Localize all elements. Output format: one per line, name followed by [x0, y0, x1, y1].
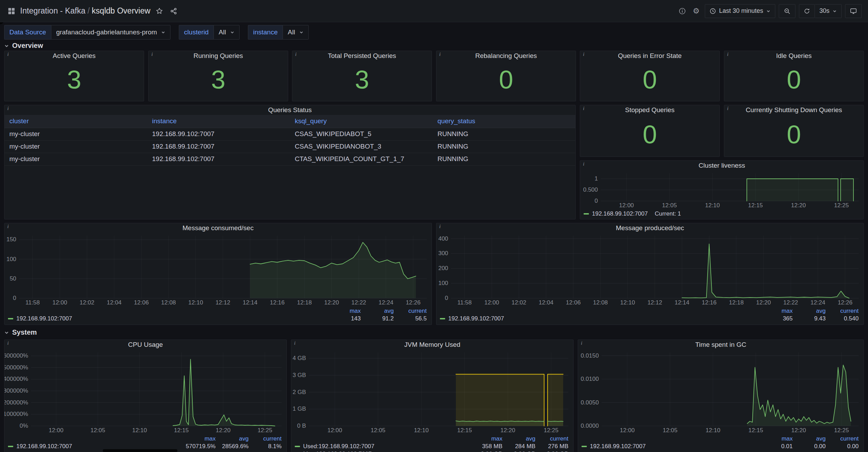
legend-col-max[interactable]: max: [328, 308, 361, 315]
legend-item[interactable]: Max:192.168.99.102:70073.06 GB3.06 GB3.0…: [295, 450, 568, 452]
panel-info-icon[interactable]: i: [580, 161, 589, 168]
legend-col-max[interactable]: max: [760, 308, 793, 315]
panel-info-icon[interactable]: i: [291, 340, 300, 348]
column-header-instance[interactable]: instance: [147, 115, 290, 128]
legend-col-current[interactable]: current: [249, 435, 282, 442]
dashboard-info-icon[interactable]: [677, 6, 687, 16]
legend-col-max[interactable]: max: [183, 435, 216, 442]
section-overview[interactable]: Overview: [4, 42, 43, 50]
x-axis-tick-label: 12:26: [406, 299, 421, 306]
panel-info-icon[interactable]: i: [724, 51, 733, 59]
panel-title[interactable]: Total Persisted Queries: [292, 51, 432, 61]
section-system[interactable]: System: [4, 328, 37, 336]
y-axis-tick-label: 400000%: [5, 376, 28, 382]
column-header-query-status[interactable]: query_status: [433, 115, 575, 128]
legend-item[interactable]: 192.168.99.102:700714391.256.5: [8, 315, 427, 323]
panel-title[interactable]: Queries Status: [5, 105, 575, 115]
column-header-ksql-query[interactable]: ksql_query: [290, 115, 433, 128]
panel-info-icon[interactable]: i: [5, 340, 13, 348]
settings-gear-icon[interactable]: ⚙: [691, 5, 701, 17]
panel-title[interactable]: Idle Queries: [724, 51, 863, 61]
panel-title[interactable]: Queries in Error State: [580, 51, 719, 61]
panel-info-icon[interactable]: i: [436, 51, 445, 59]
panel-title[interactable]: Cluster liveness: [580, 161, 863, 170]
breadcrumb-parent[interactable]: Integration - Kafka: [20, 6, 85, 16]
instance-select[interactable]: All: [283, 25, 309, 40]
y-axis-tick-label: 100: [6, 256, 16, 262]
legend-col-avg[interactable]: avg: [793, 308, 826, 315]
table-cell: RUNNING: [433, 128, 575, 140]
legend-col-current[interactable]: current: [826, 308, 859, 315]
timeseries-chart[interactable]: 12:0012:0512:1012:1512:2012:250%100000%2…: [5, 350, 286, 434]
panel-title[interactable]: Message produced/sec: [436, 223, 863, 233]
tv-mode-button[interactable]: [845, 4, 862, 18]
panel-title[interactable]: Currently Shutting Down Queries: [724, 105, 863, 115]
panel-title[interactable]: JVM Memory Used: [291, 340, 573, 350]
legend-col-avg[interactable]: avg: [216, 435, 249, 442]
panel-title[interactable]: Time spent in GC: [578, 340, 863, 350]
panel-info-icon[interactable]: i: [724, 105, 733, 113]
panel-title[interactable]: Stopped Queries: [580, 105, 719, 115]
legend-item[interactable]: Used:192.168.99.102:7007358 MB284 MB276 …: [295, 443, 568, 450]
timeseries-chart[interactable]: 12:0012:0512:1012:1512:2012:2500.5001: [580, 170, 863, 209]
panel-message-produced: i Message produced/sec 11:5812:0012:0212…: [436, 223, 864, 325]
x-axis-tick-label: 12:15: [748, 202, 763, 209]
legend-stat: 3.06 GB: [469, 451, 502, 452]
apps-grid-icon[interactable]: [6, 6, 17, 16]
legend-item[interactable]: 192.168.99.102:7007Current: 1: [584, 210, 859, 218]
legend-col-current[interactable]: current: [394, 308, 427, 315]
timeseries-chart[interactable]: 11:5812:0012:0212:0412:0612:0812:1012:12…: [436, 233, 863, 307]
x-axis-tick-label: 12:05: [662, 202, 677, 209]
panel-info-icon[interactable]: i: [578, 340, 586, 348]
timeseries-chart[interactable]: 12:0012:0512:1012:1512:2012:250.00000.00…: [578, 350, 863, 434]
panel-title[interactable]: CPU Usage: [5, 340, 286, 350]
legend-swatch: [8, 318, 13, 319]
panel-info-icon[interactable]: i: [149, 51, 157, 59]
panel-info-icon[interactable]: i: [5, 51, 13, 59]
clusterid-select[interactable]: All: [214, 25, 240, 40]
panel-cpu-usage: i CPU Usage 12:0012:0512:1012:1512:2012:…: [4, 340, 287, 452]
panel-info-icon[interactable]: i: [292, 51, 301, 59]
x-axis-tick-label: 12:10: [132, 427, 147, 434]
legend-header: maxavgcurrent: [295, 435, 568, 443]
panel-title[interactable]: Message consumed/sec: [5, 223, 432, 233]
column-header-cluster[interactable]: cluster: [5, 115, 147, 128]
panel-info-icon[interactable]: i: [436, 223, 445, 231]
y-axis-tick-label: 0.0150: [581, 352, 599, 359]
zoom-out-button[interactable]: [779, 4, 795, 18]
share-icon[interactable]: [168, 6, 179, 16]
timeseries-chart[interactable]: 11:5812:0012:0212:0412:0612:0812:1012:12…: [5, 233, 432, 307]
section-title: Overview: [12, 42, 43, 50]
panel-info-icon[interactable]: i: [580, 51, 589, 59]
legend-col-avg[interactable]: avg: [361, 308, 394, 315]
timeseries-chart[interactable]: 12:0012:0512:1012:1512:2012:250 B1 GB2 G…: [291, 350, 573, 434]
legend-col-max[interactable]: max: [760, 435, 793, 442]
y-axis-tick-label: 600000%: [5, 352, 28, 359]
y-axis-tick-label: 0 B: [297, 422, 306, 429]
x-axis-tick-label: 12:10: [705, 202, 720, 209]
variable-label: Data Source: [4, 25, 51, 40]
panel-info-icon[interactable]: i: [5, 105, 13, 113]
legend-stat: 0.00: [793, 443, 826, 450]
legend-item[interactable]: 192.168.99.102:70070.010.000.00: [582, 443, 859, 450]
datasource-select[interactable]: grafanacloud-gabrielantunes-prom: [51, 25, 170, 40]
x-axis-tick-label: 12:12: [216, 299, 231, 306]
panel-info-icon[interactable]: i: [580, 105, 589, 113]
legend-col-current[interactable]: current: [826, 435, 859, 442]
legend: maxavgcurrentUsed:192.168.99.102:7007358…: [291, 434, 573, 452]
legend-item[interactable]: 192.168.99.102:70073659.430.540: [440, 315, 859, 323]
horizontal-scrollbar-thumb[interactable]: [103, 449, 177, 452]
panel-title[interactable]: Rebalancing Queries: [436, 51, 576, 61]
star-icon[interactable]: [154, 6, 165, 17]
time-range-picker[interactable]: Last 30 minutes: [705, 4, 775, 18]
panel-title[interactable]: Running Queries: [149, 51, 288, 61]
refresh-interval-dropdown[interactable]: 30s: [815, 4, 842, 18]
legend-col-current[interactable]: current: [535, 435, 568, 442]
legend-col-avg[interactable]: avg: [793, 435, 826, 442]
panel-title[interactable]: Active Queries: [5, 51, 144, 61]
legend-col-max[interactable]: max: [469, 435, 502, 442]
refresh-button[interactable]: [799, 4, 815, 18]
panel-info-icon[interactable]: i: [5, 223, 13, 231]
series-fill: [747, 179, 838, 201]
legend-col-avg[interactable]: avg: [502, 435, 535, 442]
